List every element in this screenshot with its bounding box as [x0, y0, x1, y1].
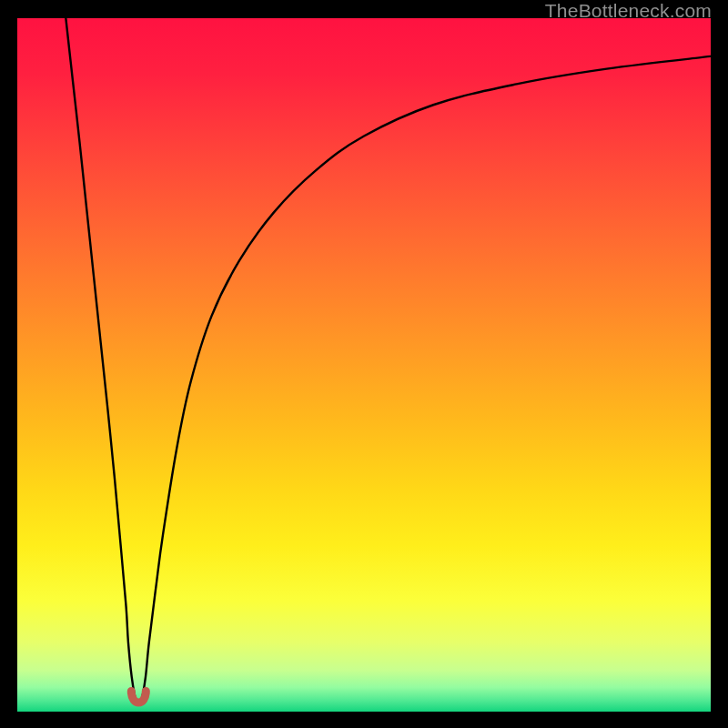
plot-area: [17, 18, 711, 712]
chart-frame: TheBottleneck.com: [0, 0, 728, 728]
watermark-text: TheBottleneck.com: [545, 0, 712, 22]
bottleneck-curve: [17, 18, 711, 712]
vertex-marker: [131, 691, 146, 703]
